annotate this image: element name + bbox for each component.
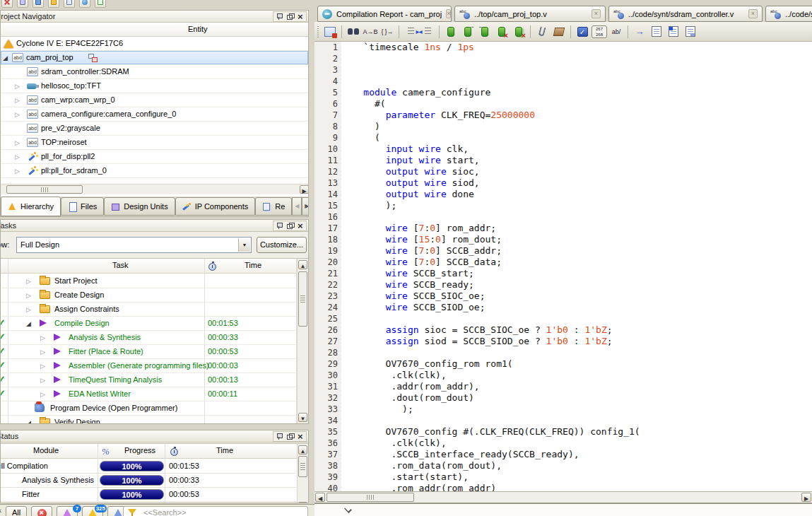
expand-icon[interactable] (40, 334, 47, 341)
pin-icon[interactable] (275, 12, 283, 21)
find-icon[interactable] (346, 24, 361, 40)
expand-icon[interactable] (40, 348, 47, 356)
filter-errors-button[interactable] (31, 506, 52, 516)
insert-template-icon[interactable] (322, 24, 338, 40)
tree-item[interactable]: abdcamera_configure:camera_configure_0 (1, 107, 308, 122)
task-row[interactable]: TimeQuest Timing Analysis00:00:13 (1, 373, 296, 387)
toolbar-drag-handle[interactable] (316, 25, 319, 38)
view-document-icon[interactable] (649, 24, 664, 40)
tab-files[interactable]: Files (61, 197, 104, 216)
status-vertical-scrollbar[interactable] (297, 444, 308, 503)
main-toolbar-icon-2[interactable] (17, 0, 28, 8)
message-search-field[interactable]: <<Search>> (123, 506, 308, 516)
view-split-icon[interactable] (683, 24, 698, 40)
status-titlebar[interactable]: Status (1, 430, 308, 442)
time-column-header[interactable]: Time (245, 261, 261, 269)
scroll-down-button[interactable] (298, 413, 307, 422)
flow-select[interactable]: Full Design (16, 237, 252, 253)
goto-icon[interactable]: → (632, 24, 647, 40)
scrollbar-thumb[interactable] (6, 185, 83, 194)
tasks-titlebar[interactable]: Tasks (1, 220, 308, 232)
scroll-up-button[interactable] (298, 260, 307, 269)
delete-bookmark-icon[interactable] (494, 24, 510, 40)
previous-bookmark-icon[interactable] (477, 24, 493, 40)
tree-item[interactable]: abdcam_wrp:cam_wrp_0 (1, 93, 308, 107)
tab-re[interactable]: Re (255, 197, 292, 216)
task-row[interactable]: Verify Design (1, 416, 296, 423)
task-row[interactable]: Fitter (Place & Route)00:00:53 (1, 345, 296, 359)
editor-tab-4[interactable]: abc../code/syn (765, 6, 812, 22)
expand-icon[interactable] (26, 306, 33, 313)
scrollbar-thumb[interactable] (298, 271, 307, 327)
entity-column-header[interactable]: Entity (1, 23, 308, 37)
progress-column-header[interactable]: Progress (124, 446, 155, 455)
scroll-down-button[interactable] (298, 502, 307, 503)
time-column-header[interactable]: Time (216, 446, 233, 455)
scroll-right-button[interactable] (801, 493, 811, 502)
editor-tab-1[interactable]: Compilation Report - cam_proj (317, 6, 452, 22)
task-column-header[interactable]: Task (112, 261, 129, 269)
scroll-tabs-right-button[interactable] (302, 197, 309, 216)
main-toolbar-icon-3[interactable] (33, 0, 44, 8)
hierarchy-tree[interactable]: Cyclone IV E: EP4CE22F17C6abdcam_proj_to… (1, 37, 308, 180)
tab-design-units[interactable]: Design Units (104, 197, 175, 216)
chevron-down-icon[interactable] (344, 506, 351, 512)
module-column-header[interactable]: Module (33, 446, 59, 455)
status-row[interactable]: Full Compilation100%00:01:53 (1, 459, 296, 474)
indent-decrease-icon[interactable] (420, 24, 435, 40)
filter-all-button[interactable]: All (6, 506, 27, 516)
float-icon[interactable] (286, 12, 294, 21)
task-row[interactable]: Compile Design00:01:53 (1, 317, 296, 331)
main-toolbar-icon-4[interactable] (48, 0, 59, 8)
expand-icon[interactable] (26, 278, 33, 285)
tree-item[interactable]: abdTOP:neiroset (1, 136, 308, 150)
expand-icon[interactable] (15, 97, 22, 104)
tree-item[interactable]: pll:pll_for_sdram_0 (1, 164, 308, 178)
tab-ip-components[interactable]: IP Components (175, 197, 256, 216)
collapse-icon[interactable] (26, 320, 33, 327)
macro-icon[interactable] (551, 24, 567, 40)
status-row[interactable]: Analysis & Synthesis100%00:00:33 (1, 474, 296, 488)
scroll-tabs-left-button[interactable] (292, 197, 302, 216)
match-brace-icon[interactable]: { }→ (379, 24, 395, 40)
expand-icon[interactable] (26, 292, 33, 299)
tasks-table-header[interactable]: Task Time (1, 259, 308, 274)
collapse-icon[interactable] (3, 54, 10, 61)
filter-info-button[interactable]: 7 (57, 506, 78, 516)
status-row[interactable]: Assembler100%00:00:03 (1, 502, 296, 503)
replace-icon[interactable]: A→B (363, 24, 378, 40)
main-toolbar-icon-7[interactable] (95, 0, 106, 8)
pin-icon[interactable] (275, 432, 283, 441)
tree-item[interactable]: abdsdram_controller:SDRAM (1, 65, 308, 79)
editor-tab-3[interactable]: abc../code/synt/sdram_controller.v (608, 6, 763, 22)
expand-icon[interactable] (40, 363, 47, 370)
filter-warnings-button[interactable]: 325 (82, 506, 103, 516)
expand-icon[interactable] (15, 168, 22, 175)
task-row[interactable]: Start Project (1, 274, 296, 288)
scrollbar-thumb[interactable] (298, 456, 307, 477)
indent-increase-icon[interactable] (403, 24, 418, 40)
task-row[interactable]: Analysis & Synthesis00:00:33 (1, 331, 296, 345)
close-tab-icon[interactable] (446, 9, 451, 18)
tree-item[interactable]: Cyclone IV E: EP4CE22F17C6 (1, 37, 308, 51)
line-count-icon[interactable]: 267 268 (592, 24, 607, 40)
main-toolbar-icon-1[interactable] (1, 0, 13, 8)
expand-icon[interactable] (15, 111, 22, 118)
expand-icon[interactable] (15, 83, 22, 90)
project-navigator-titlebar[interactable]: Project Navigator (1, 11, 308, 23)
tree-item[interactable]: abdcam_proj_top (1, 51, 308, 65)
view-outline-icon[interactable] (666, 24, 681, 40)
delete-all-bookmarks-icon[interactable] (511, 24, 526, 40)
close-icon[interactable] (296, 432, 305, 441)
editor-tab-2[interactable]: abc../top/cam_proj_top.v (454, 6, 606, 22)
bookmark-icon[interactable] (443, 24, 459, 40)
task-row[interactable]: Assembler (Generate programming files)00… (1, 359, 296, 373)
chevron-down-icon[interactable] (238, 238, 250, 252)
close-icon[interactable] (296, 12, 305, 21)
main-toolbar-icon-6[interactable] (79, 0, 90, 8)
editor-horizontal-scrollbar[interactable] (314, 491, 812, 503)
task-row[interactable]: Assign Constraints (1, 303, 296, 317)
task-row[interactable]: EDA Netlist Writer00:00:11 (1, 387, 296, 401)
scroll-right-button[interactable] (300, 185, 309, 194)
collapse-icon[interactable] (26, 419, 33, 423)
